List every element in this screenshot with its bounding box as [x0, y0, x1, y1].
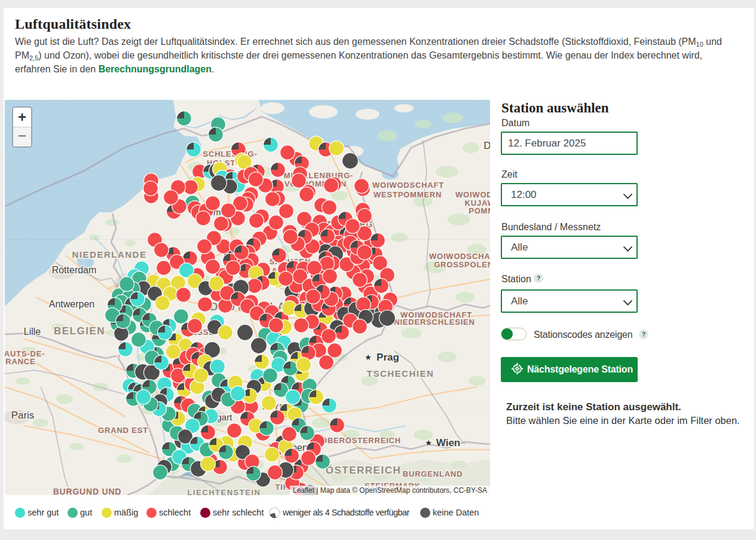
svg-text:BURGENLAND: BURGENLAND: [403, 469, 463, 478]
svg-text:Rotterdam: Rotterdam: [52, 265, 97, 275]
svg-text:BELGIEN: BELGIEN: [54, 325, 105, 337]
svg-text:OBERÖSTERREICH: OBERÖSTERREICH: [321, 436, 401, 445]
svg-text:NIEDERSCHLESIEN: NIEDERSCHLESIEN: [394, 318, 475, 327]
svg-text:WOIWODSCHAFT: WOIWODSCHAFT: [429, 252, 490, 261]
svg-text:Wien: Wien: [436, 437, 460, 449]
svg-text:WOIWODSCHAFT: WOIWODSCHAFT: [372, 181, 444, 190]
svg-text:BURGUND UND: BURGUND UND: [53, 487, 122, 495]
svg-text:LIECHTENSTEIN: LIECHTENSTEIN: [188, 488, 261, 495]
svg-text:Lille: Lille: [24, 327, 41, 337]
svg-text:ÖSTERREICH: ÖSTERREICH: [326, 465, 401, 476]
svg-text:NIEDERLANDE: NIEDERLANDE: [72, 249, 147, 260]
svg-text:TSCHECHIEN: TSCHECHIEN: [367, 368, 434, 379]
svg-text:Antwerpen: Antwerpen: [49, 299, 95, 309]
svg-text:Prag: Prag: [377, 352, 399, 363]
svg-text:Da: Da: [483, 140, 490, 151]
svg-text:WOIWODS: WOIWODS: [455, 190, 490, 199]
svg-text:POMM: POMM: [469, 206, 490, 215]
svg-text:FRANCE: FRANCE: [5, 357, 35, 366]
svg-text:GRAND EST: GRAND EST: [98, 426, 148, 435]
svg-text:GROSSPOLEN: GROSSPOLEN: [434, 260, 490, 269]
svg-text:Paris: Paris: [11, 410, 35, 421]
svg-text:★: ★: [365, 353, 372, 362]
svg-text:★: ★: [425, 438, 432, 447]
svg-text:WESTPOMMERN: WESTPOMMERN: [374, 190, 442, 199]
